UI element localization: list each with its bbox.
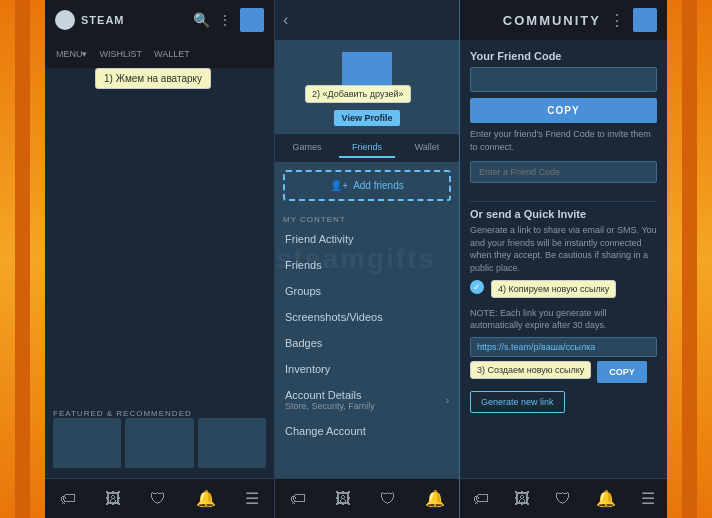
- nav-icon-bell[interactable]: 🔔: [196, 489, 216, 508]
- menu-tab[interactable]: MENU▾: [50, 49, 94, 59]
- featured-img-2: [125, 418, 193, 468]
- center-nav-icon-tag[interactable]: 🏷: [290, 490, 306, 508]
- steam-title: STEAM: [81, 14, 125, 26]
- right-panel: COMMUNITY ⋮ Your Friend Code COPY Enter …: [460, 0, 667, 518]
- left-panel: STEAM 🔍 ⋮ MENU▾ WISHLIST WALLET 1) Жмем …: [45, 0, 275, 518]
- community-avatar[interactable]: [633, 8, 657, 32]
- profile-tab-wallet[interactable]: Wallet: [399, 138, 455, 158]
- community-content: Your Friend Code COPY Enter your friend'…: [460, 40, 667, 478]
- menu-item-badges[interactable]: Badges: [275, 330, 459, 356]
- quick-invite-desc: Generate a link to share via email or SM…: [470, 224, 657, 274]
- menu-item-groups[interactable]: Groups: [275, 278, 459, 304]
- friend-code-helper: Enter your friend's Friend Code to invit…: [470, 128, 657, 153]
- add-friends-icon: 👤+: [330, 180, 348, 191]
- enter-friend-code-input[interactable]: [470, 161, 657, 183]
- bottom-nav-right: 🏷 🖼 🛡 🔔 ☰: [460, 478, 667, 518]
- menu-item-friends[interactable]: Friends: [275, 252, 459, 278]
- steam-header-icons: 🔍 ⋮: [193, 8, 264, 32]
- menu-item-inventory[interactable]: Inventory: [275, 356, 459, 382]
- nav-icon-menu[interactable]: ☰: [245, 489, 259, 508]
- annotation-1: 1) Жмем на аватарку: [95, 68, 211, 89]
- featured-img-1: [53, 418, 121, 468]
- center-header: ‹: [275, 0, 459, 40]
- invite-link-field[interactable]: [470, 337, 657, 357]
- friend-code-label: Your Friend Code: [470, 50, 657, 62]
- center-panel: ‹ View Profile 2) «Добавить друзей» Game…: [275, 0, 460, 518]
- community-more-icon[interactable]: ⋮: [609, 11, 625, 30]
- right-nav-icon-tag[interactable]: 🏷: [473, 490, 489, 508]
- nav-icon-shield[interactable]: 🛡: [150, 490, 166, 508]
- user-avatar-left[interactable]: [240, 8, 264, 32]
- menu-item-account[interactable]: Account Details Store, Security, Family …: [275, 382, 459, 418]
- view-profile-button[interactable]: View Profile: [334, 110, 401, 126]
- copy-friend-code-button[interactable]: COPY: [470, 98, 657, 123]
- featured-images: [53, 418, 266, 468]
- add-friends-label: Add friends: [353, 180, 404, 191]
- community-header: COMMUNITY ⋮: [460, 0, 667, 40]
- wallet-tab[interactable]: WALLET: [148, 49, 196, 59]
- menu-item-friend-activity[interactable]: Friend Activity: [275, 226, 459, 252]
- my-content-label: MY CONTENT: [275, 209, 459, 226]
- generate-new-link-button[interactable]: Generate new link: [470, 391, 565, 413]
- quick-invite-label: Or send a Quick Invite: [470, 208, 657, 220]
- menu-item-screenshots[interactable]: Screenshots/Videos: [275, 304, 459, 330]
- center-nav-icon-bell[interactable]: 🔔: [425, 489, 445, 508]
- menu-item-change-account[interactable]: Change Account: [275, 418, 459, 444]
- nav-icon-tag[interactable]: 🏷: [60, 490, 76, 508]
- profile-tab-friends[interactable]: Friends: [339, 138, 395, 158]
- center-nav-icon-shield[interactable]: 🛡: [380, 490, 396, 508]
- annotation-4-row: ✓ 4) Копируем новую ссылку: [470, 280, 657, 303]
- friend-code-section: Your Friend Code COPY Enter your friend'…: [470, 50, 657, 191]
- featured-img-3: [198, 418, 266, 468]
- account-arrow-icon: ›: [446, 395, 449, 406]
- steam-header: STEAM 🔍 ⋮: [45, 0, 274, 40]
- center-nav-icon-image[interactable]: 🖼: [335, 490, 351, 508]
- left-content: FEATURED & RECOMMENDED: [45, 68, 274, 478]
- steam-logo-icon: [55, 10, 75, 30]
- divider: [470, 201, 657, 202]
- annotation-4: 4) Копируем новую ссылку: [491, 280, 616, 298]
- nav-tabs: MENU▾ WISHLIST WALLET: [45, 40, 274, 68]
- gift-ribbon-right: [682, 0, 697, 518]
- annotation-2: 2) «Добавить друзей»: [305, 85, 411, 103]
- main-container: STEAM 🔍 ⋮ MENU▾ WISHLIST WALLET 1) Жмем …: [45, 0, 667, 518]
- community-title: COMMUNITY: [470, 13, 601, 28]
- copy-row: 3) Создаем новую ссылку COPY: [470, 361, 657, 383]
- quick-invite-note: NOTE: Each link you generate will automa…: [470, 307, 657, 332]
- right-nav-icon-menu[interactable]: ☰: [641, 489, 655, 508]
- bottom-nav-left: 🏷 🖼 🛡 🔔 ☰: [45, 478, 274, 518]
- copy-invite-link-button[interactable]: COPY: [597, 361, 647, 383]
- add-friends-button[interactable]: 👤+ Add friends: [283, 170, 451, 201]
- right-nav-icon-shield[interactable]: 🛡: [555, 490, 571, 508]
- right-nav-icon-image[interactable]: 🖼: [514, 490, 530, 508]
- profile-tab-games[interactable]: Games: [279, 138, 335, 158]
- search-icon[interactable]: 🔍: [193, 12, 210, 28]
- bottom-nav-center: 🏷 🖼 🛡 🔔: [275, 478, 459, 518]
- link-row: [470, 337, 657, 357]
- menu-items-list: Friend Activity Friends Groups Screensho…: [275, 226, 459, 478]
- nav-icon-image[interactable]: 🖼: [105, 490, 121, 508]
- friend-code-input[interactable]: [470, 67, 657, 92]
- annotation-3: 3) Создаем новую ссылку: [470, 361, 591, 379]
- gift-ribbon-left: [15, 0, 30, 518]
- steam-logo: STEAM: [55, 10, 125, 30]
- more-icon[interactable]: ⋮: [218, 12, 232, 28]
- profile-tabs: Games Friends Wallet: [275, 134, 459, 162]
- checkmark-icon: ✓: [470, 280, 484, 294]
- wishlist-tab[interactable]: WISHLIST: [94, 49, 149, 59]
- back-arrow-icon[interactable]: ‹: [283, 11, 288, 29]
- featured-label: FEATURED & RECOMMENDED: [53, 409, 192, 418]
- quick-invite-section: Or send a Quick Invite Generate a link t…: [470, 208, 657, 413]
- right-nav-icon-bell[interactable]: 🔔: [596, 489, 616, 508]
